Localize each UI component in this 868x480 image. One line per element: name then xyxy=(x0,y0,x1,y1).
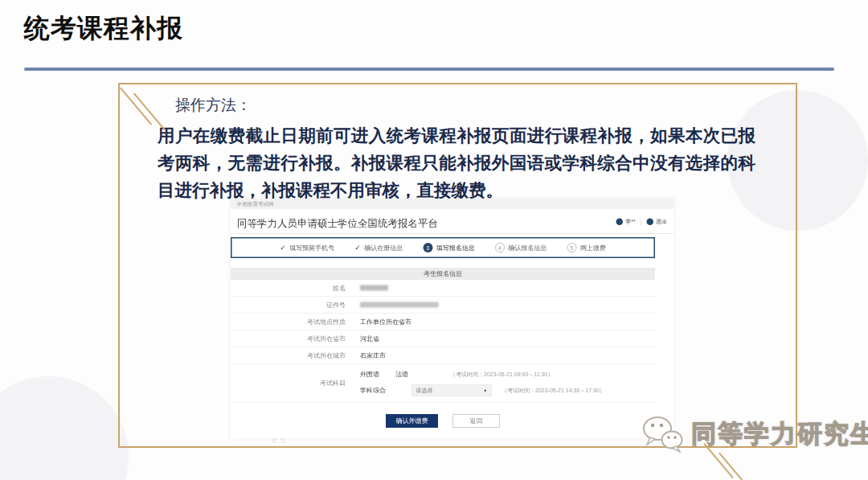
title-underline xyxy=(24,68,834,71)
form-row-city: 考试所在城市 石家庄市 xyxy=(231,347,655,364)
registration-form: 考生报名信息 姓名 证件号 考试地点性质 工作单位所在省市 考试所在省市 河北省… xyxy=(231,268,655,403)
field-label: 考试科目 xyxy=(231,379,346,388)
portal-screenshot: 中国教育考试网 同等学力人员申请硕士学位全国统考报名平台 李** | 退出 ✓ … xyxy=(231,199,674,438)
portal-title: 同等学力人员申请硕士学位全国统考报名平台 xyxy=(237,216,438,230)
form-row-province: 考试所在省市 河北省 xyxy=(231,330,655,347)
subject-select-dropdown[interactable]: 请选择 ▼ xyxy=(411,384,492,396)
step-number: 5 xyxy=(567,243,576,252)
step-label: 网上缴费 xyxy=(580,244,606,252)
section-label: 操作方法： xyxy=(175,95,252,116)
step-label: 确认报名信息 xyxy=(508,244,547,252)
form-row-subjects: 考试科目 外国语 法语 （考试时间：2023-05-21 09:00～11:30… xyxy=(231,364,655,403)
step-label: 填写报名信息 xyxy=(436,244,475,252)
check-icon: ✓ xyxy=(354,244,361,252)
form-title: 考生报名信息 xyxy=(231,268,655,280)
page-title: 统考课程补报 xyxy=(24,11,183,47)
back-button[interactable]: 返回 xyxy=(452,414,500,428)
logout-link[interactable]: 退出 xyxy=(656,218,667,225)
form-row-id-number: 证件号 xyxy=(231,297,655,314)
user-avatar-icon xyxy=(616,218,624,225)
subject-name: 学科综合 xyxy=(360,386,391,395)
field-label: 考试所在城市 xyxy=(231,351,346,360)
dropdown-placeholder: 请选择 xyxy=(416,387,433,394)
step-online-payment[interactable]: 5 网上缴费 xyxy=(567,243,606,252)
step-wizard: ✓ 填写预留手机号 ✓ 确认在册信息 3 填写报名信息 4 确认报名信息 5 网… xyxy=(231,237,655,258)
field-label: 考试地点性质 xyxy=(231,318,346,326)
exam-time: （考试时间：2023-05-21 09:00～11:30） xyxy=(450,371,553,378)
watermark-logo: 同等学力研究生 xyxy=(641,415,868,453)
field-value: 河北省 xyxy=(360,334,379,343)
step-number: 4 xyxy=(495,243,505,252)
step-number-active: 3 xyxy=(423,243,432,252)
field-label: 考试所在省市 xyxy=(231,334,346,343)
check-icon: ✓ xyxy=(280,244,286,252)
user-name[interactable]: 李** xyxy=(625,218,635,225)
form-row-name: 姓名 xyxy=(231,280,655,297)
separator: | xyxy=(641,219,642,225)
field-label: 证件号 xyxy=(231,301,346,310)
redacted-value xyxy=(360,285,388,291)
form-actions: 确认并缴费 返回 xyxy=(231,414,655,428)
field-value: 石家庄市 xyxy=(360,351,386,360)
subject-discipline: 学科综合 请选择 ▼ （考试时间：2023-05-21 14:30～17:30） xyxy=(360,384,605,396)
step-confirm-record[interactable]: ✓ 确认在册信息 xyxy=(354,244,403,252)
background-circle xyxy=(0,376,129,480)
portal-header: 同等学力人员申请硕士学位全国统考报名平台 李** | 退出 xyxy=(231,209,674,233)
subject-name: 外国语 xyxy=(360,370,391,379)
chevron-down-icon: ▼ xyxy=(483,388,487,392)
instruction-paragraph: 用户在缴费截止日期前可进入统考课程补报页面进行课程补报，如果本次已报考两科，无需… xyxy=(158,122,755,204)
user-account-area: 李** | 退出 xyxy=(616,218,667,225)
step-confirm-registration[interactable]: 4 确认报名信息 xyxy=(495,243,547,252)
step-label: 填写预留手机号 xyxy=(289,244,334,252)
watermark-text: 同等学力研究生 xyxy=(691,417,868,451)
form-row-site-type: 考试地点性质 工作单位所在省市 xyxy=(231,314,655,330)
wechat-icon xyxy=(641,415,686,453)
step-fill-phone[interactable]: ✓ 填写预留手机号 xyxy=(280,244,334,252)
field-value: 工作单位所在省市 xyxy=(360,318,411,326)
logout-icon xyxy=(647,218,654,225)
subject-value: 法语 xyxy=(395,370,450,379)
portal-site-bar: 中国教育考试网 xyxy=(231,199,674,209)
field-label: 姓名 xyxy=(231,284,346,293)
step-fill-registration[interactable]: 3 填写报名信息 xyxy=(423,243,475,252)
redacted-value xyxy=(360,302,439,308)
subject-foreign-language: 外国语 法语 （考试时间：2023-05-21 09:00～11:30） xyxy=(360,370,605,379)
step-label: 确认在册信息 xyxy=(364,244,403,252)
confirm-and-pay-button[interactable]: 确认并缴费 xyxy=(386,414,438,428)
exam-time: （考试时间：2023-05-21 14:30～17:30） xyxy=(502,387,605,394)
header-divider xyxy=(231,233,674,234)
